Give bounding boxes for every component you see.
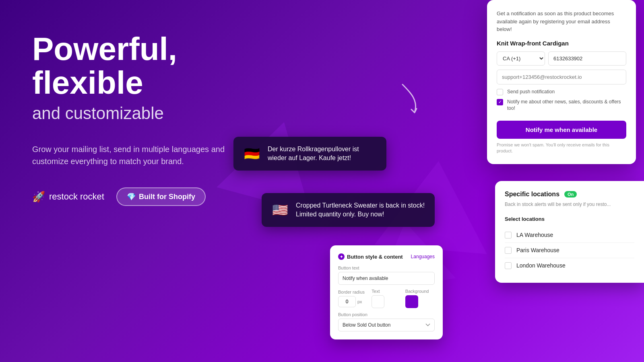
shopify-badge-button[interactable]: 💎 Built for Shopify: [116, 187, 206, 206]
panel-title-row: ✦ Button style & content: [338, 253, 403, 260]
border-unit: px: [357, 299, 362, 304]
languages-link[interactable]: Languages: [411, 254, 435, 259]
brand-row: 🚀 restock rocket 💎 Built for Shopify: [32, 187, 254, 206]
hero-subtitle: and customizable: [32, 104, 254, 123]
german-flag: 🇩🇪: [242, 144, 262, 163]
notify-description: Get a notification as soon as this produ…: [497, 10, 626, 33]
email-input[interactable]: [497, 70, 626, 84]
location-item-la: LA Warehouse: [505, 228, 634, 243]
bg-color-swatch[interactable]: [405, 295, 418, 308]
brand-rocket-icon: 🚀: [32, 191, 45, 203]
bg-color-label: Background: [405, 289, 435, 294]
push-notification-row: Send push notification: [497, 88, 626, 95]
border-radius-col: Border radius px: [338, 290, 367, 307]
news-checkbox[interactable]: ✓: [497, 99, 503, 105]
panel-title-text: Button style & content: [347, 254, 403, 260]
locations-on-badge: On: [564, 191, 577, 197]
select-locations-label: Select locations: [505, 216, 634, 222]
text-color-swatch[interactable]: [372, 295, 384, 308]
locations-panel: Specific locations On Back in stock aler…: [495, 181, 644, 283]
location-item-paris: Paris Warehouse: [505, 243, 634, 258]
news-label: Notify me about other news, sales, disco…: [507, 99, 626, 112]
paris-warehouse-checkbox[interactable]: [505, 247, 512, 254]
button-text-label: Button text: [338, 265, 435, 270]
london-warehouse-name: London Warehouse: [516, 262, 566, 269]
border-radius-input[interactable]: [338, 296, 356, 307]
paris-warehouse-name: Paris Warehouse: [516, 247, 559, 253]
hero-title: Powerful, flexible: [32, 32, 254, 100]
phone-country-select[interactable]: CA (+1) US (+1) UK (+44): [497, 51, 545, 66]
brand-logo: 🚀 restock rocket: [32, 191, 104, 203]
notify-button[interactable]: Notify me when available: [497, 121, 626, 139]
locations-header: Specific locations On: [505, 191, 634, 198]
button-text-input[interactable]: [338, 272, 435, 285]
la-warehouse-name: LA Warehouse: [516, 232, 553, 238]
push-checkbox[interactable]: [497, 89, 503, 95]
locations-description: Back in stock alerts will be sent only i…: [505, 201, 634, 208]
panel-header: ✦ Button style & content Languages: [338, 253, 435, 260]
product-name: Knit Wrap-front Cardigan: [497, 40, 626, 47]
bg-color-col: Background: [405, 289, 435, 308]
push-label: Send push notification: [507, 88, 555, 95]
arrow-decoration: [394, 80, 427, 122]
us-flag: 🇺🇸: [270, 200, 290, 220]
position-select[interactable]: Below Sold Out button Above Sold Out but…: [338, 319, 435, 331]
style-options-row: Border radius px Text Background: [338, 289, 435, 308]
locations-title: Specific locations: [505, 191, 559, 198]
hero-section: Powerful, flexible and customizable Grow…: [32, 32, 254, 206]
text-color-col: Text: [372, 289, 401, 308]
shopify-badge-label: Built for Shopify: [139, 193, 195, 201]
news-notification-row: ✓ Notify me about other news, sales, dis…: [497, 99, 626, 112]
phone-number-input[interactable]: [548, 51, 626, 66]
panel-icon: ✦: [338, 253, 345, 260]
notification-german: 🇩🇪 Der kurze Rollkragenpullover ist wied…: [233, 137, 386, 171]
notification-us: 🇺🇸 Cropped Turtleneck Sweater is back in…: [262, 193, 435, 227]
border-radius-label: Border radius: [338, 290, 367, 294]
brand-name: restock rocket: [49, 191, 104, 202]
border-input-row: px: [338, 296, 367, 307]
london-warehouse-checkbox[interactable]: [505, 262, 512, 269]
phone-row: CA (+1) US (+1) UK (+44): [497, 51, 626, 66]
german-notification-text: Der kurze Rollkragenpullover ist wieder …: [268, 145, 378, 163]
location-item-london: London Warehouse: [505, 258, 634, 273]
button-style-panel: ✦ Button style & content Languages Butto…: [330, 245, 443, 339]
shopify-diamond-icon: 💎: [127, 192, 136, 201]
position-label: Button position: [338, 312, 435, 317]
text-color-label: Text: [372, 289, 401, 294]
hero-description: Grow your mailing list, send in multiple…: [32, 143, 254, 167]
spam-note: Promise we won't spam. You'll only recei…: [497, 142, 626, 154]
la-warehouse-checkbox[interactable]: [505, 232, 512, 239]
notify-form-panel: Get a notification as soon as this produ…: [487, 0, 636, 164]
us-notification-text: Cropped Turtleneck Sweater is back in st…: [296, 201, 426, 219]
